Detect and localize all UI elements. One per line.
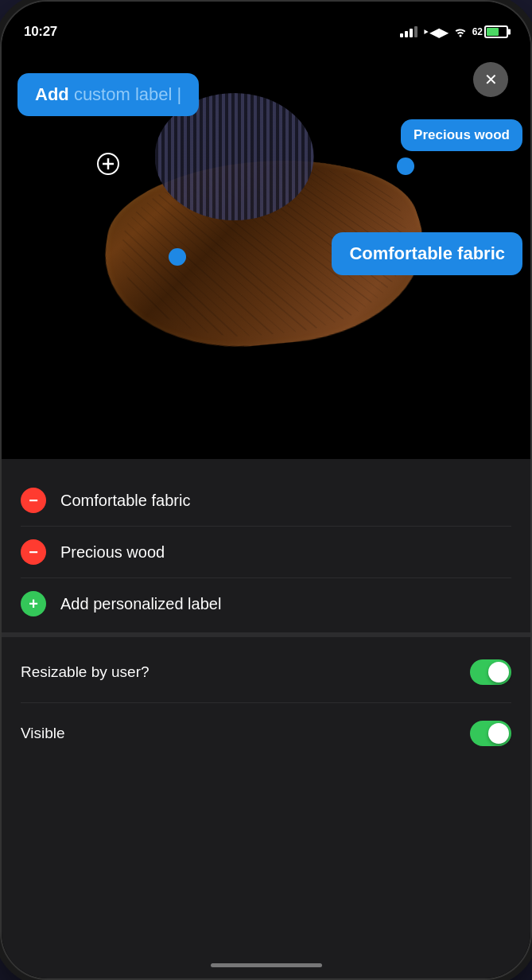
divider: [2, 632, 530, 637]
toggle-section: Resizable by user? Visible: [2, 642, 530, 764]
minus-icon: −: [29, 543, 38, 562]
add-cursor-icon: [97, 153, 119, 179]
visible-label: Visible: [21, 725, 65, 742]
minus-icon: −: [29, 492, 38, 510]
close-icon: ✕: [484, 72, 498, 88]
tooltip-add-rest: custom label |: [69, 84, 181, 104]
list-item: + Add personalized label: [21, 578, 511, 629]
add-personalized-label-text: Add personalized label: [60, 595, 221, 613]
battery-icon: 62: [472, 25, 508, 38]
precious-wood-label: Precious wood: [60, 543, 165, 562]
bottom-panel: − Comfortable fabric − Precious wood + A…: [2, 459, 530, 978]
comfortable-fabric-tooltip[interactable]: Comfortable fabric: [332, 232, 522, 275]
ar-dot-precious-wood[interactable]: [397, 158, 414, 175]
resizable-toggle-row: Resizable by user?: [21, 642, 511, 703]
add-personalized-label-button[interactable]: +: [21, 591, 46, 616]
remove-precious-wood-button[interactable]: −: [21, 539, 46, 565]
battery-percent: 62: [472, 26, 483, 37]
remove-comfortable-fabric-button[interactable]: −: [21, 488, 46, 513]
status-time: 10:27: [24, 24, 57, 40]
phone-frame: 10:27 ‣◀▶ 62: [0, 0, 532, 980]
wifi-icon-svg: [453, 26, 468, 37]
bottom-extra-space: [2, 764, 530, 827]
ar-view: Add custom label | Precious wood Comfort…: [2, 2, 530, 479]
home-indicator: [211, 963, 322, 967]
resizable-toggle[interactable]: [470, 659, 511, 685]
status-icons: ‣◀▶ 62: [400, 25, 508, 40]
list-item: − Comfortable fabric: [21, 475, 511, 527]
plus-icon: +: [29, 595, 38, 613]
dynamic-island: [215, 14, 318, 43]
visible-toggle-row: Visible: [21, 703, 511, 764]
visible-toggle[interactable]: [470, 721, 511, 746]
close-button[interactable]: ✕: [473, 62, 508, 97]
precious-wood-tooltip[interactable]: Precious wood: [401, 119, 522, 151]
comfortable-fabric-label: Comfortable fabric: [60, 492, 190, 510]
label-list: − Comfortable fabric − Precious wood + A…: [2, 475, 530, 629]
tooltip-add-bold: Add: [35, 84, 69, 104]
list-item: − Precious wood: [21, 527, 511, 578]
ar-dot-comfortable-fabric[interactable]: [169, 248, 186, 266]
resizable-label: Resizable by user?: [21, 663, 150, 681]
signal-bars-icon: [400, 26, 417, 37]
wifi-icon: ‣◀▶: [422, 25, 449, 40]
add-custom-label-tooltip[interactable]: Add custom label |: [17, 73, 199, 116]
